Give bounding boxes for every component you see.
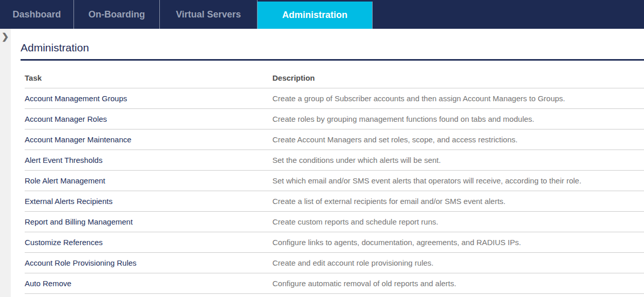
task-link[interactable]: External Alerts Recipients [25,197,272,206]
task-description: Set the conditions under which alerts wi… [272,156,644,164]
main-content: Administration Task Description Account … [0,29,644,294]
task-description: Configure automatic removal of old repor… [272,279,644,288]
table-row: Role Alert ManagementSet which email and… [25,171,644,191]
table-header-row: Task Description [25,68,644,88]
task-table-body: Account Management GroupsCreate a group … [25,88,644,294]
task-description: Create custom reports and schedule repor… [272,217,644,226]
table-row: Auto RemoveConfigure automatic removal o… [25,273,644,294]
page-title: Administration [21,42,644,54]
task-description: Create roles by grouping management func… [272,115,644,123]
table-row: Account Role Provisioning RulesCreate an… [25,253,644,273]
task-link[interactable]: Account Manager Roles [25,115,272,123]
task-link[interactable]: Role Alert Management [25,176,272,185]
task-description: Configure links to agents, documentation… [272,238,644,247]
task-description: Create and edit account role provisionin… [272,258,644,267]
table-row: Alert Event ThresholdsSet the conditions… [25,150,644,171]
table-row: Account Manager MaintenanceCreate Accoun… [25,129,644,150]
task-description: Create a list of external recipients for… [272,197,644,206]
tab-virtual-servers[interactable]: Virtual Servers [160,0,257,29]
table-row: External Alerts RecipientsCreate a list … [25,191,644,212]
tab-dashboard[interactable]: Dashboard [0,0,74,29]
task-link[interactable]: Auto Remove [25,279,272,288]
task-link[interactable]: Report and Billing Management [25,217,272,226]
task-link[interactable]: Customize References [25,238,272,247]
tab-bar: DashboardOn-BoardingVirtual ServersAdmin… [0,0,644,29]
task-table: Task Description Account Management Grou… [25,68,644,294]
tab-on-boarding[interactable]: On-Boarding [74,0,160,29]
task-link[interactable]: Alert Event Thresholds [25,156,272,164]
column-header-description: Description [272,73,644,82]
title-divider [21,59,644,61]
task-link[interactable]: Account Management Groups [25,94,272,103]
column-header-task: Task [25,73,272,82]
table-row: Customize ReferencesConfigure links to a… [25,232,644,253]
task-link[interactable]: Account Manager Maintenance [25,135,272,144]
task-description: Set which email and/or SMS event alerts … [272,176,644,185]
table-row: Account Manager RolesCreate roles by gro… [25,109,644,129]
task-link[interactable]: Account Role Provisioning Rules [25,258,272,267]
table-row: Report and Billing ManagementCreate cust… [25,212,644,232]
table-row: Account Management GroupsCreate a group … [25,88,644,109]
task-description: Create a group of Subscriber accounts an… [272,94,644,103]
task-description: Create Account Managers and set roles, s… [272,135,644,144]
tab-administration[interactable]: Administration [257,2,373,29]
